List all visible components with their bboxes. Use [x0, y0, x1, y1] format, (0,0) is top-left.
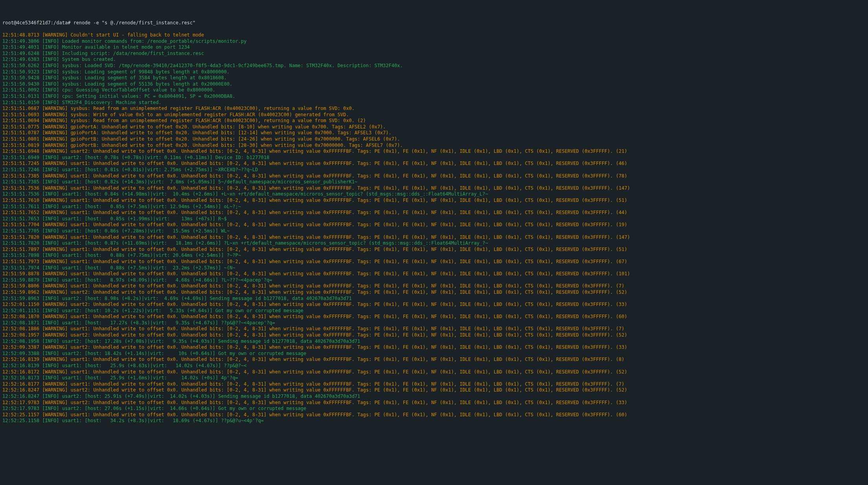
- log-line: 12:52:17.9783 [WARNING] usart2: Unhandle…: [2, 400, 866, 406]
- log-line: 12:51:51.0801 [WARNING] gpioPortB: Unhan…: [2, 136, 866, 143]
- log-line: 12:51:48.8713 [WARNING] Couldn't start U…: [2, 32, 866, 38]
- log-line: 12:51:59.8962 [WARNING] usart2: Unhandle…: [2, 289, 866, 296]
- log-line: 12:51:51.7611 [INFO] usart1: [host: 0.85…: [2, 204, 866, 210]
- log-line: 12:51:51.7704 [WARNING] usart1: Unhandle…: [2, 222, 866, 228]
- log-line: 12:51:51.7385 [INFO] usart1: [host: 0.82…: [2, 179, 866, 185]
- log-line: 12:51:59.8879 [INFO] usart1: [host: 8.97…: [2, 277, 866, 284]
- log-line: 12:51:51.7610 [WARNING] usart1: Unhandle…: [2, 198, 866, 204]
- log-line: 12:51:51.7653 [INFO] usart1: [host: 0.85…: [2, 216, 866, 222]
- log-line: 12:51:51.7820 [INFO] usart1: [host: 0.87…: [2, 240, 866, 247]
- log-line: 12:51:51.0131 [INFO] cpu: Setting initia…: [2, 93, 866, 100]
- log-line: 12:52:25.1158 [INFO] usart1: [host: 34.2…: [2, 418, 866, 424]
- log-line: 12:51:51.0693 [WARNING] sysbus: Write of…: [2, 112, 866, 118]
- log-line: 12:52:01.1151 [INFO] usart2: [host: 10.2…: [2, 308, 866, 314]
- log-line: 12:51:51.6949 [INFO] usart2: [host: 0.78…: [2, 155, 866, 161]
- log-line: 12:51:51.7897 [WARNING] usart1: Unhandle…: [2, 247, 866, 253]
- log-line: 12:51:51.7974 [INFO] usart1: [host: 0.88…: [2, 265, 866, 271]
- shell-prompt-line: root@4ce5346f21d7:/data# renode -e "s @.…: [2, 20, 866, 26]
- log-line: 12:52:08.1886 [WARNING] usart1: Unhandle…: [2, 326, 866, 332]
- log-line: 12:52:16.8177 [WARNING] usart1: Unhandle…: [2, 381, 866, 388]
- log-line: 12:51:49.4031 [INFO] Monitor available i…: [2, 44, 866, 51]
- log-lines: 12:51:48.8713 [WARNING] Couldn't start U…: [2, 32, 866, 424]
- log-line: 12:51:51.0092 [INFO] cpu: Guessing Vecto…: [2, 87, 866, 93]
- log-line: 12:51:51.0687 [WARNING] sysbus: Read fro…: [2, 106, 866, 112]
- log-line: 12:51:50.9323 [INFO] sysbus: Loading seg…: [2, 69, 866, 75]
- log-line: 12:52:16.8139 [INFO] usart1: [host: 25.9…: [2, 363, 866, 369]
- log-line: 12:51:50.9428 [INFO] sysbus: Loading seg…: [2, 75, 866, 81]
- log-line: 12:52:01.1150 [WARNING] usart2: Unhandle…: [2, 302, 866, 308]
- log-line: 12:51:51.7246 [INFO] usart1: [host: 0.81…: [2, 167, 866, 173]
- log-line: 12:51:59.8806 [WARNING] usart1: Unhandle…: [2, 283, 866, 289]
- log-line: 12:51:49.6383 [INFO] System bus created.: [2, 57, 866, 63]
- log-line: 12:52:08.1870 [WARNING] usart1: Unhandle…: [2, 314, 866, 320]
- log-line: 12:51:49.6248 [INFO] Including script: /…: [2, 51, 866, 57]
- log-line: 12:52:16.8247 [INFO] usart2: [host: 25.9…: [2, 393, 866, 400]
- shell-command: renode -e "s @./renode/first_instance.re…: [74, 20, 196, 26]
- log-line: 12:51:50.9430 [INFO] sysbus: Loading seg…: [2, 81, 866, 88]
- log-line: 12:52:08.1957 [WARNING] usart2: Unhandle…: [2, 332, 866, 339]
- log-line: 12:52:17.9783 [INFO] usart2: [host: 27.0…: [2, 406, 866, 412]
- log-line: 12:51:51.7536 [WARNING] usart1: Unhandle…: [2, 185, 866, 192]
- log-line: 12:51:49.3806 [INFO] Loaded monitor comm…: [2, 38, 866, 45]
- shell-prompt: root@4ce5346f21d7:/data#: [2, 20, 74, 26]
- log-line: 12:52:09.3388 [INFO] usart2: [host: 18.4…: [2, 351, 866, 357]
- log-line: 12:51:51.7705 [INFO] usart1: [host: 0.86…: [2, 228, 866, 234]
- log-line: 12:52:08.1871 [INFO] usart1: [host: 17.2…: [2, 320, 866, 326]
- log-line: 12:51:51.6948 [WARNING] usart2: Unhandle…: [2, 148, 866, 155]
- log-line: 12:52:08.1958 [INFO] usart2: [host: 17.2…: [2, 339, 866, 345]
- log-line: 12:51:51.7820 [WARNING] usart1: Unhandle…: [2, 234, 866, 241]
- log-line: 12:52:25.1157 [WARNING] usart1: Unhandle…: [2, 412, 866, 418]
- log-line: 12:51:51.0775 [WARNING] gpioPortA: Unhan…: [2, 124, 866, 130]
- log-line: 12:51:59.8878 [WARNING] usart1: Unhandle…: [2, 271, 866, 277]
- log-line: 12:51:51.7973 [WARNING] usart1: Unhandle…: [2, 259, 866, 265]
- log-line: 12:52:16.8173 [INFO] usart1: [host: 25.9…: [2, 375, 866, 381]
- terminal-output: root@4ce5346f21d7:/data# renode -e "s @.…: [0, 12, 868, 432]
- log-line: 12:51:59.8963 [INFO] usart2: [host: 8.98…: [2, 296, 866, 302]
- log-line: 12:51:51.7652 [WARNING] usart1: Unhandle…: [2, 210, 866, 216]
- log-line: 12:51:51.0694 [WARNING] sysbus: Read fro…: [2, 118, 866, 124]
- log-line: 12:51:50.6262 [INFO] sysbus: Loaded SVD:…: [2, 63, 866, 69]
- log-line: 12:51:51.0150 [INFO] STM32F4_Discovery: …: [2, 100, 866, 106]
- log-line: 12:52:09.3387 [WARNING] usart2: Unhandle…: [2, 344, 866, 351]
- log-line: 12:51:51.7536 [INFO] usart1: [host: 0.84…: [2, 191, 866, 198]
- log-line: 12:51:51.7898 [INFO] usart1: [host: 0.88…: [2, 253, 866, 259]
- log-line: 12:51:51.0787 [WARNING] gpioPortA: Unhan…: [2, 130, 866, 136]
- log-line: 12:52:16.8139 [WARNING] usart1: Unhandle…: [2, 357, 866, 363]
- log-line: 12:51:51.7245 [WARNING] usart1: Unhandle…: [2, 161, 866, 167]
- log-line: 12:51:51.7385 [WARNING] usart1: Unhandle…: [2, 173, 866, 179]
- log-line: 12:52:16.8247 [WARNING] usart2: Unhandle…: [2, 387, 866, 393]
- log-line: 12:51:51.0819 [WARNING] gpioPortB: Unhan…: [2, 143, 866, 149]
- log-line: 12:52:16.8172 [WARNING] usart1: Unhandle…: [2, 369, 866, 375]
